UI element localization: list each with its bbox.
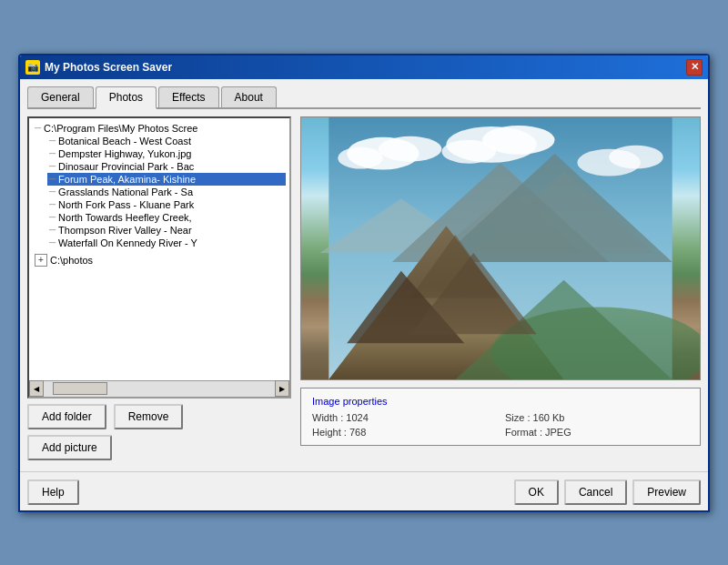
tab-effects[interactable]: Effects xyxy=(158,86,218,107)
file-tree-container: ─ C:\Program Files\My Photos Scree ─ Bot… xyxy=(27,116,291,399)
list-item-selected[interactable]: ─ Forum Peak, Akamina- Kishine xyxy=(47,173,286,186)
list-item[interactable]: ─ Botanical Beach - West Coast xyxy=(47,135,286,147)
tree-branch: ─ xyxy=(49,212,56,222)
titlebar: 📷 My Photos Screen Saver ✕ xyxy=(20,55,708,79)
item-label: Dinosaur Provincial Park - Bac xyxy=(58,161,194,172)
list-item[interactable]: ─ Thompson River Valley - Near xyxy=(47,224,286,237)
tree-branch: ─ xyxy=(49,237,56,247)
window-title: My Photos Screen Saver xyxy=(45,61,172,74)
image-properties-panel: Image properties Width : 1024 Size : 160… xyxy=(300,388,701,446)
bottom-right-buttons: OK Cancel Preview xyxy=(514,479,701,505)
item-label: Dempster Highway, Yukon.jpg xyxy=(58,148,191,159)
scrollbar-track[interactable] xyxy=(44,381,275,397)
content-area: ─ C:\Program Files\My Photos Scree ─ Bot… xyxy=(27,116,701,460)
height-property: Height : 768 xyxy=(312,427,496,438)
item-label: Forum Peak, Akamina- Kishine xyxy=(58,174,196,185)
size-property: Size : 160 Kb xyxy=(505,412,689,423)
help-button[interactable]: Help xyxy=(27,479,79,505)
properties-grid: Width : 1024 Size : 160 Kb Height : 768 … xyxy=(312,412,689,438)
tab-general[interactable]: General xyxy=(27,86,94,107)
list-item[interactable]: ─ North Towards Heefley Creek, xyxy=(47,211,286,224)
buttons-row-1: Add folder Remove xyxy=(27,404,291,429)
tab-bar: General Photos Effects About xyxy=(27,86,701,109)
list-item[interactable]: ─ Waterfall On Kennedy River - Y xyxy=(47,237,286,249)
tree-minus: ─ xyxy=(35,123,41,133)
cancel-button[interactable]: Cancel xyxy=(564,479,627,505)
scroll-right-button[interactable]: ▶ xyxy=(275,380,289,397)
svg-point-3 xyxy=(338,146,383,168)
item-label: Thompson River Valley - Near xyxy=(58,225,192,236)
ok-button[interactable]: OK xyxy=(514,479,559,505)
item-label: Botanical Beach - West Coast xyxy=(58,136,191,146)
width-property: Width : 1024 xyxy=(312,412,496,423)
scrollbar-thumb[interactable] xyxy=(53,382,107,395)
bottom-bar: Help OK Cancel Preview xyxy=(20,471,708,510)
second-folder-label: C:\photos xyxy=(50,255,93,266)
scroll-left-button[interactable]: ◀ xyxy=(29,380,44,397)
tab-photos[interactable]: Photos xyxy=(96,86,157,109)
preview-image xyxy=(300,116,701,380)
main-window: 📷 My Photos Screen Saver ✕ General Photo… xyxy=(18,54,710,512)
tree-expand-icon[interactable]: + xyxy=(35,254,47,267)
close-button[interactable]: ✕ xyxy=(686,59,703,76)
item-label: North Towards Heefley Creek, xyxy=(58,212,192,223)
app-icon: 📷 xyxy=(25,60,40,75)
buttons-row-2: Add picture xyxy=(27,435,291,460)
tab-about[interactable]: About xyxy=(221,86,277,107)
file-tree[interactable]: ─ C:\Program Files\My Photos Scree ─ Bot… xyxy=(29,118,289,378)
tree-root[interactable]: ─ C:\Program Files\My Photos Scree xyxy=(33,122,286,135)
right-panel: Image properties Width : 1024 Size : 160… xyxy=(300,116,701,460)
tree-branch: ─ xyxy=(49,174,56,184)
svg-point-6 xyxy=(441,139,496,163)
tree-second-folder[interactable]: + C:\photos xyxy=(33,253,286,267)
item-label: North Fork Pass - Kluane Park xyxy=(58,199,194,210)
tree-root-label: C:\Program Files\My Photos Scree xyxy=(44,123,197,134)
tree-branch: ─ xyxy=(49,161,56,171)
tree-branch: ─ xyxy=(49,199,56,209)
list-item[interactable]: ─ North Fork Pass - Kluane Park xyxy=(47,198,286,211)
add-folder-button[interactable]: Add folder xyxy=(27,404,106,429)
item-label: Grasslands National Park - Sa xyxy=(58,187,193,197)
remove-button[interactable]: Remove xyxy=(114,404,184,429)
properties-title: Image properties xyxy=(312,396,689,407)
tree-branch: ─ xyxy=(49,187,56,197)
add-picture-button[interactable]: Add picture xyxy=(27,435,112,460)
window-body: General Photos Effects About ─ C:\Progra… xyxy=(20,79,708,468)
format-property: Format : JPEG xyxy=(505,427,689,438)
list-item[interactable]: ─ Grasslands National Park - Sa xyxy=(47,186,286,198)
svg-point-2 xyxy=(379,136,442,161)
item-label: Waterfall On Kennedy River - Y xyxy=(58,237,197,248)
list-item[interactable]: ─ Dempster Highway, Yukon.jpg xyxy=(47,147,286,160)
svg-point-8 xyxy=(609,145,663,168)
preview-button[interactable]: Preview xyxy=(632,479,701,505)
list-item[interactable]: ─ Dinosaur Provincial Park - Bac xyxy=(47,160,286,173)
horizontal-scrollbar[interactable]: ◀ ▶ xyxy=(29,380,289,397)
tree-branch: ─ xyxy=(49,136,56,146)
tree-branch: ─ xyxy=(49,225,56,235)
titlebar-left: 📷 My Photos Screen Saver xyxy=(25,60,172,75)
tree-branch: ─ xyxy=(49,148,56,158)
left-panel: ─ C:\Program Files\My Photos Scree ─ Bot… xyxy=(27,116,291,460)
